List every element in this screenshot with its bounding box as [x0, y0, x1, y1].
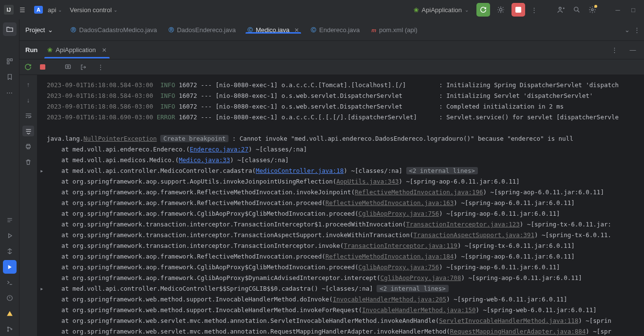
stack-link[interactable]: Endereco.java:27: [190, 146, 248, 153]
spring-icon: ❀: [47, 46, 53, 54]
bookmarks-tool-icon[interactable]: [3, 70, 17, 84]
clear-icon[interactable]: [22, 157, 34, 168]
chevron-down-icon: ⌄: [58, 7, 62, 13]
terminal-tool-icon[interactable]: [3, 276, 17, 289]
file-type-icon: Ⓒ: [311, 26, 316, 34]
stack-link[interactable]: CglibAopProxy.java:708: [380, 274, 461, 281]
fold-icon[interactable]: ▸: [40, 283, 47, 294]
editor-tab[interactable]: mpom.xml (api): [365, 26, 423, 34]
stack-link[interactable]: TransactionAspectSupport.java:391: [414, 231, 534, 239]
run-panel-more-icon[interactable]: ⋮: [609, 46, 620, 54]
stack-link[interactable]: InvocableHandlerMethod.java:205: [333, 296, 446, 303]
stack-link[interactable]: TransactionInterceptor.java:119: [344, 242, 457, 249]
vcs-tool-icon[interactable]: [3, 322, 17, 336]
rerun-icon[interactable]: [24, 63, 34, 71]
stack-link[interactable]: TransactionInterceptor.java:123: [406, 221, 520, 228]
svg-marker-9: [8, 265, 12, 269]
stack-link[interactable]: MedicoController.java:18: [256, 167, 344, 174]
stack-link[interactable]: ReflectiveMethodInvocation.java:163: [325, 199, 454, 206]
tab-label: pom.xml (api): [379, 26, 417, 34]
more-actions-button[interactable]: ⋮: [527, 3, 541, 17]
search-everywhere-icon[interactable]: [570, 3, 584, 17]
tab-label: Endereco.java: [319, 26, 360, 34]
editor-tab[interactable]: ⒸEndereco.java: [305, 26, 365, 34]
project-view-dropdown[interactable]: Project ⌄: [19, 26, 59, 34]
scroll-down-icon[interactable]: ↓: [22, 94, 34, 105]
fold-icon: [40, 273, 47, 283]
folded-lines-badge[interactable]: <2 internal lines>: [377, 285, 448, 292]
tab-label: DadosCadastroMedico.java: [79, 26, 157, 34]
stack-link[interactable]: Medico.java:33: [179, 156, 230, 164]
settings-icon[interactable]: [586, 3, 599, 17]
console-output[interactable]: 2023-09-01T16:18:08.584-03:00 INFO 16072…: [37, 75, 638, 336]
create-breakpoint-badge[interactable]: Create breakpoint: [160, 135, 228, 142]
run-tab[interactable]: ❀ ApiApplication ✕: [45, 41, 108, 58]
todo-tool-icon[interactable]: [3, 213, 17, 227]
scroll-up-icon[interactable]: ↑: [22, 79, 34, 90]
stack-link[interactable]: AopUtils.java:343: [337, 178, 399, 185]
tabs-more-icon[interactable]: ⋮: [634, 26, 640, 34]
vcs-dropdown[interactable]: Version control ⌄: [67, 4, 120, 16]
code-with-me-icon[interactable]: [554, 3, 568, 17]
window-maximize-button[interactable]: □: [626, 3, 640, 17]
rerun-button[interactable]: [476, 3, 490, 17]
structure-tool-icon[interactable]: [3, 55, 17, 68]
console-gutter: ↑ ↓: [19, 75, 37, 336]
stack-link[interactable]: CglibAopProxy.java:756: [359, 210, 439, 217]
project-tool-icon[interactable]: [3, 22, 17, 36]
stack-link[interactable]: RequestMappingHandlerAdapter.java:884: [450, 328, 586, 335]
editor-tab[interactable]: ⒸMedico.java✕: [242, 26, 305, 34]
fold-icon: [40, 316, 47, 326]
print-icon[interactable]: [22, 141, 34, 152]
folded-lines-badge[interactable]: <2 internal lines>: [406, 167, 478, 174]
fold-icon: [40, 155, 47, 166]
left-toolbar: ⋯: [0, 19, 19, 336]
services-tool-icon[interactable]: [3, 229, 17, 243]
stack-link[interactable]: InvocableHandlerMethod.java:150: [362, 306, 475, 314]
editor-tab[interactable]: ⓇDadosEndereco.java: [163, 26, 242, 34]
actions-more-icon[interactable]: ⋮: [95, 63, 105, 71]
run-tool-icon[interactable]: [3, 260, 17, 274]
tabs-dropdown-icon[interactable]: ⌄: [625, 26, 630, 34]
window-minimize-button[interactable]: ─: [611, 3, 625, 17]
exit-icon[interactable]: [80, 64, 90, 71]
stack-link[interactable]: ReflectiveMethodInvocation.java:196: [355, 188, 483, 196]
editor-tabs: ⓇDadosCadastroMedico.javaⓇDadosEndereco.…: [59, 26, 644, 34]
scroll-to-end-icon[interactable]: [22, 126, 34, 136]
debug-button[interactable]: [494, 3, 508, 17]
svg-point-2: [559, 7, 562, 10]
close-icon[interactable]: ✕: [102, 47, 107, 54]
stack-link[interactable]: CglibAopProxy.java:756: [359, 263, 439, 271]
svg-point-3: [574, 7, 578, 11]
problems-tool-icon[interactable]: [3, 291, 17, 305]
stop-button[interactable]: [511, 3, 525, 17]
run-config-selector[interactable]: ❀ ApiApplication ⌄: [410, 4, 473, 16]
scrollbar[interactable]: [638, 75, 644, 336]
build-tool-icon[interactable]: [3, 244, 17, 258]
run-panel-title: Run: [25, 46, 38, 54]
ide-logo-icon: IJ: [4, 5, 14, 15]
file-type-icon: Ⓒ: [247, 26, 253, 34]
run-panel-hide-icon[interactable]: —: [627, 46, 638, 54]
svg-point-12: [7, 330, 8, 331]
run-panel-header: Run ❀ ApiApplication ✕ ⋮ —: [19, 41, 644, 59]
dump-icon[interactable]: [64, 63, 74, 71]
stack-link[interactable]: ServletInvocableHandlerMethod.java:118: [439, 317, 578, 324]
svg-marker-8: [8, 234, 11, 238]
fold-icon: [40, 144, 47, 155]
editor-tab[interactable]: ⓇDadosCadastroMedico.java: [65, 26, 163, 34]
project-name-label: api: [48, 6, 56, 14]
fold-icon: [40, 208, 47, 219]
main-menu-button[interactable]: ☰: [16, 4, 29, 16]
fold-icon: [40, 305, 47, 316]
close-icon[interactable]: ✕: [294, 27, 299, 34]
soft-wrap-icon[interactable]: [22, 110, 34, 121]
stop-icon[interactable]: [40, 64, 50, 70]
fold-icon[interactable]: ▸: [40, 166, 47, 176]
warning-tool-icon[interactable]: [3, 307, 17, 320]
more-tool-icon[interactable]: ⋯: [3, 86, 17, 99]
project-name-dropdown[interactable]: api ⌄: [45, 4, 65, 16]
exception-link[interactable]: NullPointerException: [83, 135, 157, 142]
stack-link[interactable]: ReflectiveMethodInvocation.java:184: [325, 253, 454, 260]
spring-icon: ❀: [414, 6, 419, 14]
